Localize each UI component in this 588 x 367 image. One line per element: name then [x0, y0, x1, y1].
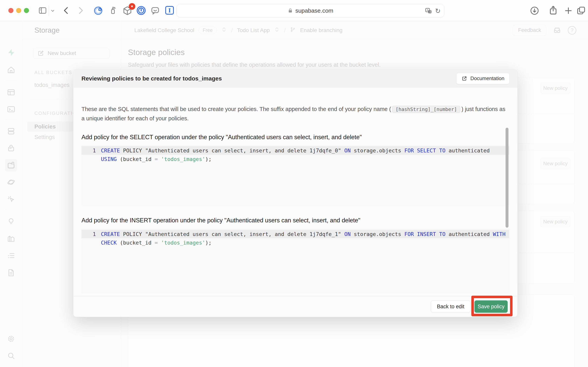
documentation-button[interactable]: Documentation — [456, 73, 510, 84]
review-policies-modal: Reviewing policies to be created for tod… — [73, 69, 518, 317]
modal-body: These are the SQL statements that will b… — [73, 87, 517, 296]
suffix-code-pill: [hashString]_[number] — [392, 106, 460, 113]
select-policy-heading: Add policy for the SELECT operation unde… — [82, 134, 509, 141]
heart-badge-icon: ♥ — [129, 3, 135, 10]
back-to-edit-button[interactable]: Back to edit — [431, 300, 470, 313]
forward-icon[interactable] — [76, 5, 85, 16]
one-password-icon[interactable] — [136, 5, 146, 16]
new-tab-icon[interactable] — [563, 6, 573, 16]
browser-chrome: ♥ I supabase.com A文 ↻ — [0, 0, 588, 21]
tls-lock-icon — [288, 8, 293, 13]
close-window-button[interactable] — [8, 8, 13, 13]
reload-icon[interactable]: ↻ — [435, 7, 441, 15]
share-icon[interactable] — [548, 5, 558, 16]
modal-intro-text: These are the SQL statements that will b… — [82, 105, 509, 123]
screen: ♥ I supabase.com A文 ↻ — [0, 0, 588, 367]
modal-footer: Back to edit Save policy — [73, 296, 517, 317]
svg-text:文: 文 — [429, 10, 431, 13]
url-text: supabase.com — [295, 7, 333, 14]
chat-bubble-icon[interactable] — [150, 5, 160, 16]
minimize-window-button[interactable] — [16, 8, 21, 13]
screen-time-icon[interactable] — [93, 6, 103, 16]
insert-policy-heading: Add policy for the INSERT operation unde… — [82, 217, 509, 224]
translate-icon[interactable]: A文 — [425, 7, 432, 15]
app-stage: Storage Lakefield College School Free / … — [0, 21, 588, 367]
downloads-icon[interactable] — [530, 6, 539, 16]
reader-icon[interactable]: I — [165, 6, 174, 15]
sidebar-chevron-icon[interactable] — [50, 8, 56, 14]
modal-title: Reviewing policies to be created for tod… — [82, 75, 222, 82]
zoom-window-button[interactable] — [24, 8, 29, 13]
back-icon[interactable] — [61, 5, 71, 16]
external-link-icon — [462, 76, 467, 82]
address-bar[interactable]: supabase.com A文 ↻ — [176, 4, 444, 17]
window-controls[interactable] — [8, 8, 29, 13]
save-policy-button[interactable]: Save policy — [474, 300, 508, 313]
modal-header: Reviewing policies to be created for tod… — [73, 70, 517, 87]
package-box-icon[interactable]: ♥ — [122, 5, 133, 16]
sidebar-toggle-icon[interactable] — [38, 6, 47, 15]
cleaner-spray-icon[interactable] — [108, 5, 118, 15]
insert-policy-sql-editor[interactable]: 1CREATE POLICY "Authenticated users can … — [82, 229, 509, 293]
tab-overview-icon[interactable] — [576, 5, 586, 16]
modal-scrollbar[interactable] — [505, 128, 508, 228]
select-policy-sql-editor[interactable]: 1CREATE POLICY "Authenticated users can … — [82, 145, 509, 206]
toolbar-divider — [49, 5, 49, 16]
